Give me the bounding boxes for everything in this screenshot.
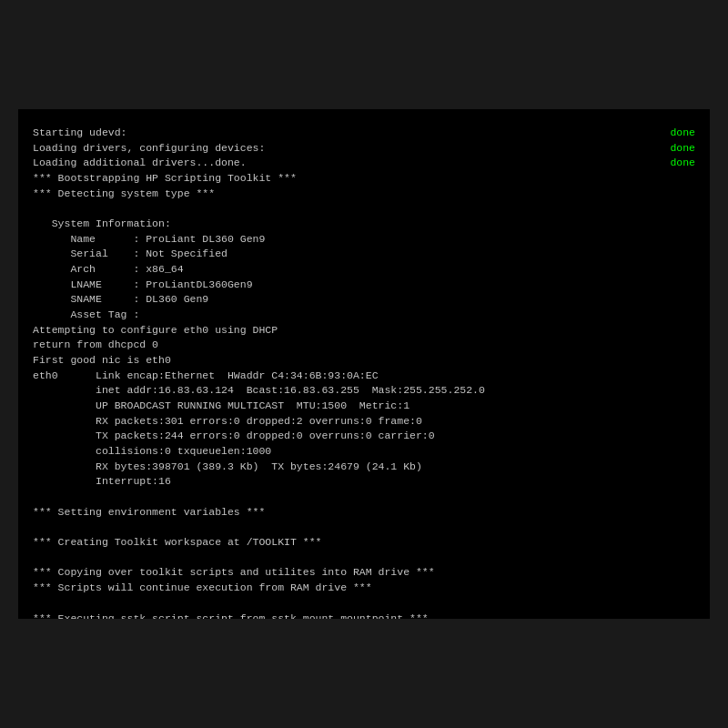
done-status-labels: done done done [670, 126, 695, 171]
done-label-3: done [670, 156, 695, 171]
done-label-1: done [670, 126, 695, 141]
terminal-output: Starting udevd: Loading drivers, configu… [33, 126, 695, 619]
done-label-2: done [670, 141, 695, 157]
terminal-window: done done done Starting udevd: Loading d… [18, 109, 710, 619]
terminal-content: done done done Starting udevd: Loading d… [33, 126, 695, 602]
